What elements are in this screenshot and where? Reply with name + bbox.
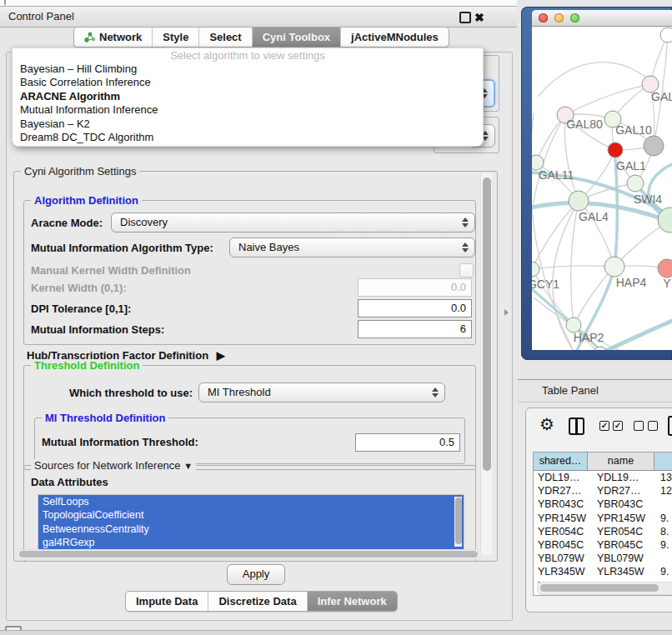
network-node[interactable] <box>593 347 608 350</box>
columns-icon[interactable] <box>569 418 584 435</box>
tab-style[interactable]: Style <box>152 28 198 47</box>
algorithm-option[interactable]: ARACNE Algorithm <box>13 90 483 103</box>
table-column-header[interactable]: shared… <box>534 452 588 470</box>
data-attributes-list[interactable]: SelfLoopsTopologicalCoefficientBetweenne… <box>38 494 464 551</box>
network-node-gcy1[interactable] <box>532 262 539 277</box>
which-threshold-combo[interactable]: MI Threshold <box>198 382 445 402</box>
minimize-window-icon[interactable] <box>554 13 564 22</box>
table-cell: YDR27… <box>588 484 654 498</box>
tab-discretize-data[interactable]: Discretize Data <box>208 592 306 611</box>
data-attribute-item[interactable]: gal4RGexp <box>38 536 464 549</box>
float-panel-icon[interactable] <box>459 12 471 23</box>
table-cell: YBR043C <box>588 498 654 511</box>
data-attribute-item[interactable]: BetweennessCentrality <box>38 522 464 536</box>
combo-arrows-icon <box>462 242 469 252</box>
checkbox-checked-icon[interactable]: ✓ <box>613 421 623 431</box>
attr-scrollbar-thumb[interactable] <box>455 498 462 544</box>
node-label: GAL80 <box>566 118 603 131</box>
data-attribute-item[interactable]: TopologicalCoefficient <box>38 508 464 522</box>
sources-title-wrap[interactable]: Sources for Network Inference ▼ <box>31 459 196 472</box>
table-row[interactable]: YBR045CYBR045C9. <box>534 538 672 552</box>
document-icon[interactable] <box>668 416 672 436</box>
tab-impute-data[interactable]: Impute Data <box>126 592 208 611</box>
network-node-gal4[interactable] <box>569 191 589 211</box>
apply-button[interactable]: Apply <box>227 564 285 585</box>
zoom-window-icon[interactable] <box>570 13 579 22</box>
top-tab-edge <box>4 0 6 5</box>
tab-select[interactable]: Select <box>198 28 251 47</box>
settings-hscrollbar-track[interactable] <box>17 549 482 560</box>
collapse-arrow-icon[interactable]: ▼ <box>183 461 193 471</box>
network-node-gal1[interactable] <box>608 142 623 158</box>
data-attribute-item[interactable]: SelfLoops <box>38 495 464 508</box>
node-label: HAP4 <box>616 276 647 289</box>
mi-steps-field[interactable]: 6 <box>358 320 472 338</box>
attr-scrollbar-track[interactable] <box>454 497 462 547</box>
algorithm-option[interactable]: Basic Correlation Inference <box>13 76 483 89</box>
table-row[interactable]: YPR145WYPR145W9. <box>534 512 672 525</box>
table-cell: 9. <box>654 538 672 552</box>
tab-jactivemnodules-label: jActiveMNodules <box>351 28 439 47</box>
node-label: Y <box>663 277 671 290</box>
close-panel-icon[interactable]: ✖ <box>474 8 484 28</box>
close-window-icon[interactable] <box>539 13 548 22</box>
table-row[interactable]: YER054CYER054C8. <box>534 525 672 538</box>
table-cell: YPR145W <box>588 512 654 525</box>
tab-cyni-toolbox-label: Cyni Toolbox <box>263 28 330 47</box>
network-node-y[interactable] <box>658 259 672 278</box>
table-cell <box>654 498 672 511</box>
mi-algorithm-type-combo[interactable]: Naive Bayes <box>229 238 475 258</box>
node-label: GCY1 <box>532 278 559 291</box>
network-node[interactable] <box>644 136 664 156</box>
network-canvas-svg[interactable]: GALGAL80GAL10GAL1SWI4GAL11GAL4GCY1HAP4YH… <box>532 27 672 350</box>
table-row[interactable]: YDL19…YDL19…13 <box>534 471 672 484</box>
kernel-width-field[interactable]: 0.0 <box>358 278 472 297</box>
node-label: GAL <box>651 90 672 103</box>
splitpane-handle-icon[interactable] <box>504 309 509 316</box>
settings-scrollbar-track[interactable] <box>480 173 492 555</box>
table-row[interactable]: YBL079WYBL079W <box>534 552 672 565</box>
tab-network[interactable]: Network <box>74 28 152 47</box>
gear-icon[interactable]: ⚙ <box>539 416 554 432</box>
network-node[interactable] <box>660 28 672 42</box>
table-hscrollbar-thumb[interactable] <box>540 584 659 592</box>
tab-infer-network[interactable]: Infer Network <box>307 592 397 611</box>
algorithm-option[interactable]: Bayesian – K2 <box>13 118 483 131</box>
algorithm-dropdown-popup[interactable]: Select algorithm to view settings Bayesi… <box>12 48 484 147</box>
settings-scrollbar-thumb[interactable] <box>483 178 491 471</box>
top-strip <box>0 0 517 6</box>
dpi-tolerance-label: DPI Tolerance [0,1]: <box>31 302 131 315</box>
table-hscrollbar-track[interactable] <box>537 582 672 595</box>
mi-threshold-field[interactable]: 0.5 <box>355 433 460 452</box>
algorithm-option[interactable]: Mutual Information Inference <box>13 103 483 117</box>
table-row[interactable]: YBR043CYBR043C <box>534 498 672 511</box>
network-node-swi4[interactable] <box>627 175 644 192</box>
network-canvas[interactable]: GALGAL80GAL10GAL1SWI4GAL11GAL4GCY1HAP4YH… <box>532 27 672 350</box>
checkbox-unchecked-icon[interactable] <box>634 421 644 431</box>
aracne-mode-combo[interactable]: Discovery <box>111 212 475 232</box>
tab-jactivemnodules[interactable]: jActiveMNodules <box>340 28 449 47</box>
network-window-titlebar[interactable] <box>532 10 672 27</box>
expand-arrow-icon[interactable]: ▶ <box>217 349 225 362</box>
checkbox-unchecked-icon[interactable] <box>648 421 658 431</box>
node-label: GAL10 <box>615 123 652 137</box>
table-row[interactable]: YDR27…YDR27…12 <box>534 484 672 498</box>
network-node-hap4[interactable] <box>604 257 624 277</box>
settings-hscrollbar-thumb[interactable] <box>19 551 478 558</box>
bottom-statusbar <box>0 630 672 635</box>
table-column-header[interactable]: name <box>588 452 654 470</box>
tab-cyni-toolbox[interactable]: Cyni Toolbox <box>252 28 340 47</box>
table-cell: 12 <box>654 484 672 498</box>
algorithm-option[interactable]: Bayesian – Hill Climbing <box>13 62 483 76</box>
mi-algorithm-type-value: Naive Bayes <box>238 238 299 257</box>
table-column-header[interactable] <box>654 452 672 470</box>
control-panel-tab-bar: Network Style Select Cyni Toolbox jActiv… <box>0 26 517 48</box>
table-cell: YER054C <box>588 525 654 538</box>
dpi-tolerance-field[interactable]: 0.0 <box>358 299 472 318</box>
checkbox-checked-icon[interactable]: ✓ <box>599 421 609 431</box>
algorithm-option[interactable]: Dream8 DC_TDC Algorithm <box>13 131 483 144</box>
mi-threshold-group: MI Threshold Definition Mutual Informati… <box>34 418 465 464</box>
dropdown-placeholder: Select algorithm to view settings <box>13 48 483 62</box>
table-row[interactable]: YLR345WYLR345W9. <box>534 565 672 578</box>
manual-kernel-width-checkbox[interactable] <box>459 263 474 278</box>
